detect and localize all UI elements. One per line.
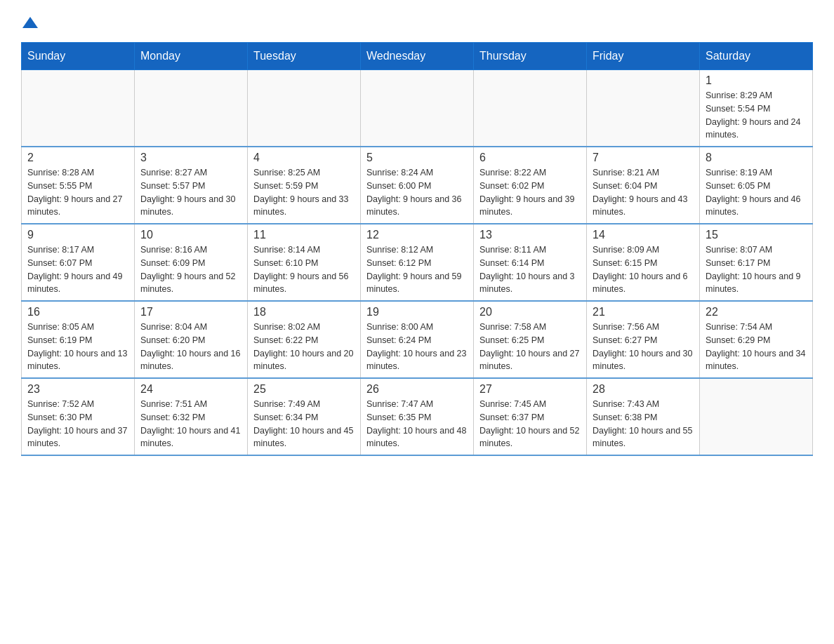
page-header xyxy=(21,14,813,28)
calendar-cell: 6Sunrise: 8:22 AMSunset: 6:02 PMDaylight… xyxy=(474,147,587,224)
day-number: 8 xyxy=(706,152,807,164)
calendar-cell: 27Sunrise: 7:45 AMSunset: 6:37 PMDayligh… xyxy=(474,378,587,455)
calendar-week-4: 16Sunrise: 8:05 AMSunset: 6:19 PMDayligh… xyxy=(22,301,813,378)
day-info: Sunrise: 8:05 AMSunset: 6:19 PMDaylight:… xyxy=(27,321,128,373)
day-info: Sunrise: 7:56 AMSunset: 6:27 PMDaylight:… xyxy=(593,321,694,373)
calendar-week-1: 1Sunrise: 8:29 AMSunset: 5:54 PMDaylight… xyxy=(22,70,813,147)
day-number: 1 xyxy=(706,74,807,87)
calendar-cell: 26Sunrise: 7:47 AMSunset: 6:35 PMDayligh… xyxy=(361,378,474,455)
calendar-cell: 11Sunrise: 8:14 AMSunset: 6:10 PMDayligh… xyxy=(248,224,361,301)
day-info: Sunrise: 8:09 AMSunset: 6:15 PMDaylight:… xyxy=(593,243,694,296)
day-info: Sunrise: 8:19 AMSunset: 6:05 PMDaylight:… xyxy=(706,166,807,219)
calendar-cell: 2Sunrise: 8:28 AMSunset: 5:55 PMDaylight… xyxy=(22,147,135,224)
day-number: 24 xyxy=(140,383,241,396)
logo-triangle-icon xyxy=(22,15,38,28)
calendar-cell: 18Sunrise: 8:02 AMSunset: 6:22 PMDayligh… xyxy=(248,301,361,378)
calendar-cell: 20Sunrise: 7:58 AMSunset: 6:25 PMDayligh… xyxy=(474,301,587,378)
day-info: Sunrise: 7:47 AMSunset: 6:35 PMDaylight:… xyxy=(366,398,468,450)
calendar-cell: 8Sunrise: 8:19 AMSunset: 6:05 PMDaylight… xyxy=(700,147,813,224)
day-number: 22 xyxy=(706,306,807,318)
svg-marker-0 xyxy=(22,17,38,28)
calendar-table: SundayMondayTuesdayWednesdayThursdayFrid… xyxy=(21,42,813,456)
calendar-cell xyxy=(474,70,587,147)
day-info: Sunrise: 8:00 AMSunset: 6:24 PMDaylight:… xyxy=(366,321,468,373)
day-number: 5 xyxy=(366,152,468,164)
calendar-cell: 21Sunrise: 7:56 AMSunset: 6:27 PMDayligh… xyxy=(587,301,700,378)
calendar-cell xyxy=(700,378,813,455)
day-info: Sunrise: 8:25 AMSunset: 5:59 PMDaylight:… xyxy=(253,166,355,219)
day-number: 19 xyxy=(366,306,468,318)
calendar-cell: 25Sunrise: 7:49 AMSunset: 6:34 PMDayligh… xyxy=(248,378,361,455)
calendar-week-5: 23Sunrise: 7:52 AMSunset: 6:30 PMDayligh… xyxy=(22,378,813,455)
weekday-header-thursday: Thursday xyxy=(474,43,587,70)
calendar-cell: 13Sunrise: 8:11 AMSunset: 6:14 PMDayligh… xyxy=(474,224,587,301)
day-number: 9 xyxy=(27,229,128,241)
calendar-cell: 24Sunrise: 7:51 AMSunset: 6:32 PMDayligh… xyxy=(135,378,248,455)
day-info: Sunrise: 8:02 AMSunset: 6:22 PMDaylight:… xyxy=(253,321,355,373)
day-number: 13 xyxy=(479,229,581,241)
day-info: Sunrise: 8:28 AMSunset: 5:55 PMDaylight:… xyxy=(27,166,128,219)
weekday-header-row: SundayMondayTuesdayWednesdayThursdayFrid… xyxy=(22,43,813,70)
day-info: Sunrise: 8:22 AMSunset: 6:02 PMDaylight:… xyxy=(479,166,581,219)
day-info: Sunrise: 7:43 AMSunset: 6:38 PMDaylight:… xyxy=(593,398,694,450)
calendar-cell: 12Sunrise: 8:12 AMSunset: 6:12 PMDayligh… xyxy=(361,224,474,301)
day-number: 6 xyxy=(479,152,581,164)
day-number: 2 xyxy=(27,152,128,164)
day-number: 25 xyxy=(253,383,355,396)
calendar-cell: 5Sunrise: 8:24 AMSunset: 6:00 PMDaylight… xyxy=(361,147,474,224)
calendar-cell: 14Sunrise: 8:09 AMSunset: 6:15 PMDayligh… xyxy=(587,224,700,301)
day-info: Sunrise: 7:58 AMSunset: 6:25 PMDaylight:… xyxy=(479,321,581,373)
calendar-cell: 10Sunrise: 8:16 AMSunset: 6:09 PMDayligh… xyxy=(135,224,248,301)
day-number: 27 xyxy=(479,383,581,396)
day-number: 11 xyxy=(253,229,355,241)
calendar-cell: 9Sunrise: 8:17 AMSunset: 6:07 PMDaylight… xyxy=(22,224,135,301)
weekday-header-wednesday: Wednesday xyxy=(361,43,474,70)
weekday-header-monday: Monday xyxy=(135,43,248,70)
day-number: 3 xyxy=(140,152,241,164)
day-number: 20 xyxy=(479,306,581,318)
day-number: 26 xyxy=(366,383,468,396)
day-number: 7 xyxy=(593,152,694,164)
day-info: Sunrise: 8:17 AMSunset: 6:07 PMDaylight:… xyxy=(27,243,128,296)
calendar-cell xyxy=(587,70,700,147)
calendar-cell: 17Sunrise: 8:04 AMSunset: 6:20 PMDayligh… xyxy=(135,301,248,378)
day-number: 10 xyxy=(140,229,241,241)
day-info: Sunrise: 7:54 AMSunset: 6:29 PMDaylight:… xyxy=(706,321,807,373)
calendar-week-3: 9Sunrise: 8:17 AMSunset: 6:07 PMDaylight… xyxy=(22,224,813,301)
calendar-cell: 1Sunrise: 8:29 AMSunset: 5:54 PMDaylight… xyxy=(700,70,813,147)
calendar-cell: 23Sunrise: 7:52 AMSunset: 6:30 PMDayligh… xyxy=(22,378,135,455)
calendar-cell xyxy=(248,70,361,147)
weekday-header-friday: Friday xyxy=(587,43,700,70)
day-number: 16 xyxy=(27,306,128,318)
day-info: Sunrise: 8:24 AMSunset: 6:00 PMDaylight:… xyxy=(366,166,468,219)
day-info: Sunrise: 8:11 AMSunset: 6:14 PMDaylight:… xyxy=(479,243,581,296)
day-number: 21 xyxy=(593,306,694,318)
weekday-header-tuesday: Tuesday xyxy=(248,43,361,70)
day-number: 18 xyxy=(253,306,355,318)
day-info: Sunrise: 8:29 AMSunset: 5:54 PMDaylight:… xyxy=(706,89,807,142)
day-info: Sunrise: 8:12 AMSunset: 6:12 PMDaylight:… xyxy=(366,243,468,296)
day-info: Sunrise: 8:21 AMSunset: 6:04 PMDaylight:… xyxy=(593,166,694,219)
day-info: Sunrise: 7:45 AMSunset: 6:37 PMDaylight:… xyxy=(479,398,581,450)
day-info: Sunrise: 8:04 AMSunset: 6:20 PMDaylight:… xyxy=(140,321,241,373)
day-number: 14 xyxy=(593,229,694,241)
calendar-cell: 19Sunrise: 8:00 AMSunset: 6:24 PMDayligh… xyxy=(361,301,474,378)
day-info: Sunrise: 8:14 AMSunset: 6:10 PMDaylight:… xyxy=(253,243,355,296)
calendar-cell: 15Sunrise: 8:07 AMSunset: 6:17 PMDayligh… xyxy=(700,224,813,301)
day-info: Sunrise: 8:27 AMSunset: 5:57 PMDaylight:… xyxy=(140,166,241,219)
weekday-header-sunday: Sunday xyxy=(22,43,135,70)
calendar-week-2: 2Sunrise: 8:28 AMSunset: 5:55 PMDaylight… xyxy=(22,147,813,224)
day-info: Sunrise: 7:51 AMSunset: 6:32 PMDaylight:… xyxy=(140,398,241,450)
day-info: Sunrise: 7:49 AMSunset: 6:34 PMDaylight:… xyxy=(253,398,355,450)
calendar-cell: 28Sunrise: 7:43 AMSunset: 6:38 PMDayligh… xyxy=(587,378,700,455)
calendar-cell xyxy=(135,70,248,147)
weekday-header-saturday: Saturday xyxy=(700,43,813,70)
calendar-cell: 3Sunrise: 8:27 AMSunset: 5:57 PMDaylight… xyxy=(135,147,248,224)
day-number: 12 xyxy=(366,229,468,241)
calendar-cell: 7Sunrise: 8:21 AMSunset: 6:04 PMDaylight… xyxy=(587,147,700,224)
day-info: Sunrise: 8:16 AMSunset: 6:09 PMDaylight:… xyxy=(140,243,241,296)
day-number: 4 xyxy=(253,152,355,164)
calendar-cell xyxy=(22,70,135,147)
logo xyxy=(21,14,38,28)
calendar-cell: 4Sunrise: 8:25 AMSunset: 5:59 PMDaylight… xyxy=(248,147,361,224)
